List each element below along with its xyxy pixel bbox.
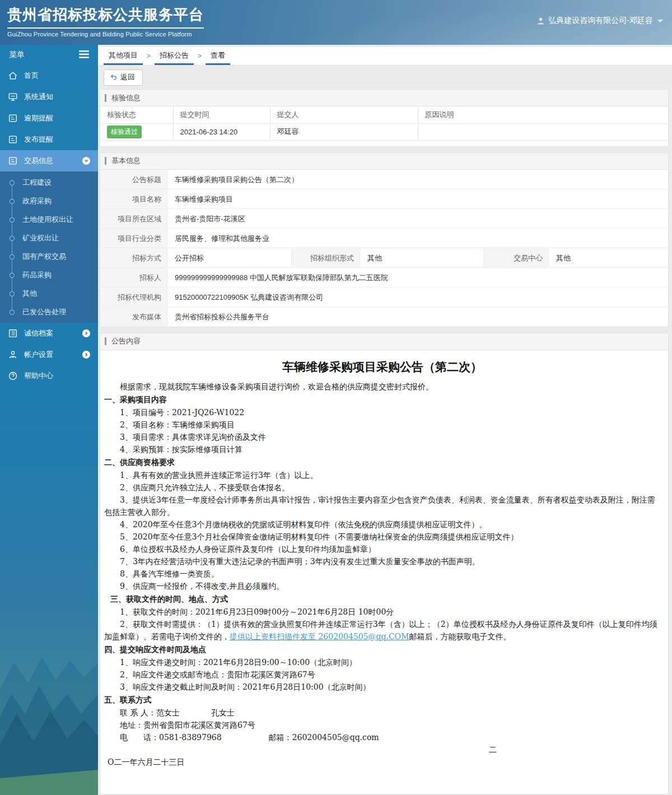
sidebar-item-help-center[interactable]: 帮助中心 (0, 365, 98, 387)
back-icon (110, 73, 118, 81)
section2-item: 2、供应商只允许独立法人，不接受联合体报名。 (104, 481, 660, 494)
trade-info-submenu: 工程建设 政府采购 土地使用权出让 矿业权出让 国有产权交易 药品采购 其他 已… (0, 171, 98, 323)
breadcrumb-tender-notice[interactable]: 招标公告 (155, 47, 194, 65)
section2-item: 5、2020年至今任意3个月社会保障资金缴纳证明材料复印件（不需要缴纳社保资金的… (104, 531, 660, 543)
section1-heading: 一、采购项目内容 (104, 393, 660, 406)
submenu-item-land-use[interactable]: 土地使用权出让 (0, 210, 98, 229)
col-verify-status: 核验状态 (100, 106, 173, 123)
brand: 贵州省招标投标公共服务平台 GuiZhou Province Tendering… (7, 5, 204, 38)
notice-document: 车辆维修采购项目采购公告（第二次） 根据需求，现就我院车辆维修设备采购项目进行询… (100, 350, 668, 794)
sidebar-item-overdue-reminder[interactable]: 逾期提醒 (0, 108, 98, 129)
section2-item: 6、单位授权书及经办人身份证原件及复印件（以上复印件均须加盖鲜章） (104, 543, 660, 555)
basic-info-panel: 基本信息 公告标题 车辆维修采购项目采购公告（第二次） 项目名称 车辆维修采购项… (100, 152, 669, 327)
section2-item: 1、具有有效的营业执照并连续正常运行3年（含）以上。 (104, 469, 660, 481)
breadcrumb-view[interactable]: 查看 (206, 47, 230, 65)
row-project-region: 项目所在区域 贵州省-贵阳市-花溪区 (100, 209, 668, 229)
doc-icon (8, 134, 18, 145)
doc-icon (8, 113, 18, 123)
section4-item: 2、响应文件递交或邮寄地点：贵阳市花溪区黄河路67号 (104, 668, 660, 681)
submenu-item-gov-procurement[interactable]: 政府采购 (0, 192, 98, 210)
section2-item: 9、供应商一经报价，不得改变,并且必须履约。 (104, 580, 660, 592)
section2-item: 8、具备汽车维修一类资质。 (104, 568, 660, 580)
reason-cell (418, 123, 668, 140)
sidebar-item-system-notice[interactable]: 系统通知 (0, 86, 98, 108)
verify-table: 核验状态 提交时间 提交人 原因说明 核验通过 2021-06-23 14:20… (100, 106, 668, 141)
chevron-right-circle-icon[interactable] (82, 329, 90, 337)
section4-heading: 四、提交响应文件时间及地点 (104, 643, 660, 656)
sidebar-item-label: 帮助中心 (24, 371, 53, 381)
user-name: 弘典建设咨询有限公司-邓廷容 (548, 16, 653, 26)
field-value: 贵州省-贵阳市-花溪区 (167, 209, 668, 228)
app-subtitle: GuiZhou Province Tendering and Bidding P… (7, 31, 204, 38)
status-badge: 核验通过 (107, 125, 142, 138)
field-label: 发布媒体 (100, 307, 167, 327)
toolbar: 返回 (98, 66, 672, 89)
verify-panel: 核验信息 核验状态 提交时间 提交人 原因说明 核验通过 2021-06-23 … (100, 89, 669, 147)
sidebar-item-trade-info[interactable]: 交易信息 (0, 150, 98, 171)
section3-heading: 三、获取文件的时间、地点、方式 (104, 592, 660, 606)
sidebar-menu-header: 菜单 (0, 45, 98, 65)
field-label: 项目行业分类 (100, 229, 167, 248)
hamburger-icon[interactable] (79, 50, 89, 60)
field-label: 项目名称 (100, 189, 167, 208)
sidebar-item-label: 诚信档案 (24, 328, 53, 338)
user-icon (8, 350, 18, 360)
submenu-item-state-property[interactable]: 国有产权交易 (0, 247, 98, 266)
scan-email-link[interactable]: 提供以上资料扫描件发至 2602004505@qq.COM (230, 632, 409, 641)
sidebar-item-account-settings[interactable]: 帐户设置 (0, 344, 98, 365)
back-button-label: 返回 (120, 72, 135, 82)
breadcrumb-other-projects[interactable]: 其他项目 (104, 47, 143, 65)
signature-date-part2: O二一年六月二十三日 (104, 756, 660, 768)
app-title: 贵州省招标投标公共服务平台 (7, 5, 204, 29)
field-value: 居民服务、修理和其他服务业 (167, 229, 668, 248)
submenu-item-medicine[interactable]: 药品采购 (0, 266, 98, 284)
verify-panel-padding (100, 141, 668, 146)
field-value: 贵州省招标投标公共服务平台 (167, 307, 668, 327)
section1-item: 3、项目需求：具体需求详见询价函及文件 (104, 431, 660, 443)
user-menu[interactable]: 弘典建设咨询有限公司-邓廷容 (536, 16, 663, 26)
tender-method-group: 招标方式 公开招标 (100, 248, 292, 267)
submitter-cell: 邓廷容 (270, 123, 418, 140)
sidebar-item-label: 交易信息 (24, 156, 53, 166)
row-project-name: 项目名称 车辆维修采购项目 (100, 189, 668, 209)
sidebar-item-label: 首页 (24, 71, 39, 81)
sidebar-item-label: 发布提醒 (24, 134, 53, 145)
section1-item: 1、项目编号：2021-JQ26-W1022 (104, 406, 660, 419)
row-tender-method: 招标方式 公开招标 招标组织形式 其他 交易中心 其他 (100, 248, 668, 268)
section3-item2-tail: 邮箱后，方能获取电子文件。 (409, 632, 511, 641)
sidebar-item-credit-archive[interactable]: 诚信档案 (0, 323, 98, 344)
submenu-item-other[interactable]: 其他 (0, 284, 98, 303)
field-label: 招标代理机构 (100, 287, 167, 306)
section5-heading: 五、联系方式 (104, 693, 660, 706)
person-icon (536, 17, 545, 25)
field-label: 招标组织形式 (292, 248, 360, 267)
sidebar-item-home[interactable]: 首页 (0, 65, 98, 86)
chevron-right-circle-icon[interactable] (82, 351, 90, 359)
chevron-down-circle-icon[interactable] (82, 157, 90, 165)
breadcrumb: 其他项目 > 招标公告 > 查看 (98, 47, 672, 66)
contact-phone-line: 电 话：0581-83897968 邮箱：2602004505@qq.com (104, 731, 660, 743)
row-announcement-title: 公告标题 车辆维修采购项目采购公告（第二次） (100, 170, 668, 189)
tender-org-form-group: 招标组织形式 其他 (292, 248, 484, 267)
notice-panel-title: 公告内容 (100, 333, 668, 350)
breadcrumb-separator: > (147, 52, 151, 60)
section3-item: 2、获取文件时需提供：（1）提供有效的营业执照复印件并连续正常运行3年（含）以上… (104, 618, 660, 643)
monitor-icon (8, 92, 18, 102)
breadcrumb-separator: > (198, 52, 202, 60)
sidebar-item-label: 系统通知 (24, 92, 53, 102)
app-header: 贵州省招标投标公共服务平台 GuiZhou Province Tendering… (0, 0, 672, 45)
submenu-item-engineering[interactable]: 工程建设 (0, 173, 98, 192)
field-label: 招标人 (100, 268, 167, 287)
back-button[interactable]: 返回 (104, 69, 143, 86)
field-value: 公开招标 (167, 248, 291, 267)
sidebar-item-publish-reminder[interactable]: 发布提醒 (0, 129, 98, 150)
table-row: 核验通过 2021-06-23 14:20 邓廷容 (100, 123, 668, 140)
row-tenderer: 招标人 999999999999999988 中国人民解放军联勤保障部队第九二五… (100, 268, 668, 287)
trade-center-group: 交易中心 其他 (484, 248, 668, 267)
list-icon (8, 328, 18, 338)
submenu-item-mining-rights[interactable]: 矿业权出让 (0, 229, 98, 247)
menu-label: 菜单 (9, 50, 25, 60)
submenu-item-published-notices[interactable]: 已发公告处理 (0, 303, 98, 321)
row-industry-category: 项目行业分类 居民服务、修理和其他服务业 (100, 229, 668, 248)
field-value: 其他 (549, 248, 668, 267)
